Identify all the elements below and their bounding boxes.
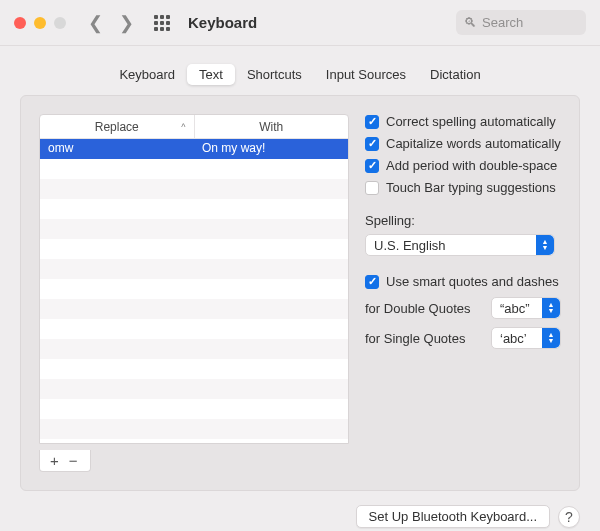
stepper-icon: ▲▼ (536, 235, 554, 255)
table-row[interactable] (40, 339, 348, 359)
table-row[interactable] (40, 319, 348, 339)
checkbox-label: Touch Bar typing suggestions (386, 180, 556, 195)
single-quotes-select[interactable]: ‘abc’ ▲▼ (491, 327, 561, 349)
tab-input-sources[interactable]: Input Sources (314, 64, 418, 85)
table-row[interactable] (40, 219, 348, 239)
checkbox-label: Add period with double-space (386, 158, 557, 173)
window-titlebar: ❮ ❯ Keyboard 🔍︎ Search (0, 0, 600, 46)
column-replace[interactable]: Replace ^ (40, 115, 195, 138)
window-controls (14, 17, 66, 29)
single-quotes-row: for Single Quotes ‘abc’ ▲▼ (365, 327, 561, 349)
table-row[interactable] (40, 279, 348, 299)
table-row[interactable] (40, 419, 348, 439)
table-row[interactable] (40, 299, 348, 319)
minimize-icon[interactable] (34, 17, 46, 29)
add-button[interactable]: + (46, 452, 63, 469)
double-quotes-value: “abc” (500, 301, 530, 316)
tab-shortcuts[interactable]: Shortcuts (235, 64, 314, 85)
table-header: Replace ^ With (40, 115, 348, 139)
cell-replace: omw (40, 139, 194, 159)
table-row[interactable] (40, 379, 348, 399)
checkbox-icon (365, 159, 379, 173)
table-row[interactable] (40, 399, 348, 419)
smart-quotes-checkbox[interactable]: Use smart quotes and dashes (365, 274, 561, 289)
content-pane: Replace ^ With omw On my way! (20, 95, 580, 491)
checkbox-icon (365, 181, 379, 195)
checkbox-icon (365, 115, 379, 129)
show-all-icon[interactable] (154, 15, 170, 31)
table-row[interactable] (40, 199, 348, 219)
footer-bar: Set Up Bluetooth Keyboard... ? (0, 499, 600, 531)
close-icon[interactable] (14, 17, 26, 29)
correct-spelling-checkbox[interactable]: Correct spelling automatically (365, 114, 561, 129)
tab-dictation[interactable]: Dictation (418, 64, 493, 85)
double-quotes-row: for Double Quotes “abc” ▲▼ (365, 297, 561, 319)
table-footer: + − (39, 450, 91, 472)
setup-bluetooth-button[interactable]: Set Up Bluetooth Keyboard... (356, 505, 550, 528)
table-row[interactable]: omw On my way! (40, 139, 348, 159)
window-title: Keyboard (188, 14, 257, 31)
tab-bar: Keyboard Text Shortcuts Input Sources Di… (0, 64, 600, 85)
checkbox-label: Use smart quotes and dashes (386, 274, 559, 289)
checkbox-icon (365, 137, 379, 151)
column-replace-label: Replace (95, 120, 139, 134)
forward-button: ❯ (119, 14, 134, 32)
capitalize-checkbox[interactable]: Capitalize words automatically (365, 136, 561, 151)
zoom-icon (54, 17, 66, 29)
tab-text[interactable]: Text (187, 64, 235, 85)
double-quotes-label: for Double Quotes (365, 301, 471, 316)
checkbox-icon (365, 275, 379, 289)
back-button[interactable]: ❮ (88, 14, 103, 32)
cell-with: On my way! (194, 139, 348, 159)
table-row[interactable] (40, 239, 348, 259)
column-with-label: With (259, 120, 283, 134)
options-panel: Correct spelling automatically Capitaliz… (365, 114, 561, 472)
stepper-icon: ▲▼ (542, 328, 560, 348)
help-button[interactable]: ? (558, 506, 580, 528)
touch-bar-checkbox[interactable]: Touch Bar typing suggestions (365, 180, 561, 195)
table-row[interactable] (40, 159, 348, 179)
search-icon: 🔍︎ (464, 15, 477, 30)
spelling-value: U.S. English (374, 238, 446, 253)
table-row[interactable] (40, 179, 348, 199)
double-quotes-select[interactable]: “abc” ▲▼ (491, 297, 561, 319)
nav-arrows: ❮ ❯ (88, 14, 134, 32)
spelling-label: Spelling: (365, 213, 561, 228)
single-quotes-label: for Single Quotes (365, 331, 465, 346)
add-period-checkbox[interactable]: Add period with double-space (365, 158, 561, 173)
replacements-section: Replace ^ With omw On my way! (39, 114, 349, 472)
table-row[interactable] (40, 359, 348, 379)
stepper-icon: ▲▼ (542, 298, 560, 318)
search-input[interactable]: 🔍︎ Search (456, 10, 586, 35)
checkbox-label: Correct spelling automatically (386, 114, 556, 129)
replacements-table[interactable]: Replace ^ With omw On my way! (39, 114, 349, 444)
remove-button[interactable]: − (65, 452, 82, 469)
spelling-select[interactable]: U.S. English ▲▼ (365, 234, 555, 256)
table-body: omw On my way! (40, 139, 348, 439)
search-placeholder: Search (482, 15, 523, 30)
checkbox-label: Capitalize words automatically (386, 136, 561, 151)
column-with[interactable]: With (195, 115, 349, 138)
tab-keyboard[interactable]: Keyboard (107, 64, 187, 85)
table-row[interactable] (40, 259, 348, 279)
sort-caret-icon: ^ (181, 122, 185, 132)
single-quotes-value: ‘abc’ (500, 331, 527, 346)
